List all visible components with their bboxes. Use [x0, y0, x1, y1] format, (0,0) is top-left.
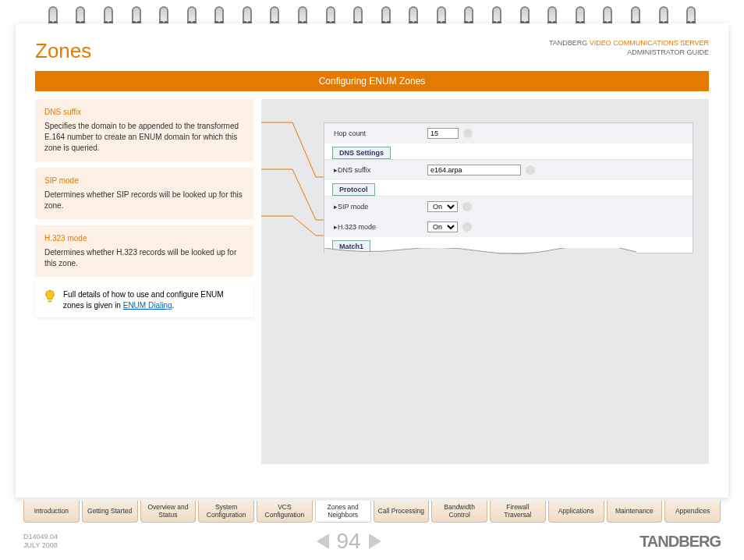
tab-bandwidth-control[interactable]: Bandwidth Control: [431, 501, 487, 523]
protocol-tab[interactable]: Protocol: [332, 183, 375, 196]
help-icon[interactable]: [462, 202, 472, 211]
dns-suffix-label: ▸DNS suffix: [334, 166, 427, 174]
nav-tabs: Introduction Getting Started Overview an…: [23, 501, 721, 523]
next-page-arrow[interactable]: [369, 533, 381, 549]
help-icon[interactable]: [463, 129, 473, 138]
sidebar: DNS suffix Specifies the domain to be ap…: [35, 99, 253, 464]
tab-vcs-config[interactable]: VCS Configuration: [257, 501, 313, 523]
doc-meta: D14049.04 JULY 2008: [23, 533, 58, 550]
tip-box: Full details of how to use and configure…: [35, 283, 253, 317]
tab-getting-started[interactable]: Getting Started: [82, 501, 138, 523]
enum-dialing-link[interactable]: ENUM Dialing: [123, 301, 172, 310]
pager: 94: [317, 529, 381, 554]
tip-text-suffix: .: [172, 301, 175, 310]
doc-header-info: TANDBERG VIDEO COMMUNICATIONS SERVER ADM…: [549, 39, 709, 57]
page-title: Zones: [35, 39, 91, 63]
tab-overview-status[interactable]: Overview and Status: [140, 501, 197, 523]
page-container: Zones TANDBERG VIDEO COMMUNICATIONS SERV…: [16, 23, 728, 498]
explain-title: SIP mode: [44, 175, 244, 186]
explain-h323-mode: H.323 mode Determines whether H.323 reco…: [35, 225, 253, 277]
spiral-binding: [16, 0, 728, 23]
brand-logo: TANDBERG: [639, 533, 721, 551]
page-number: 94: [337, 529, 361, 554]
tab-appendices[interactable]: Appendices: [664, 501, 721, 523]
tab-maintenance[interactable]: Maintenance: [607, 501, 663, 523]
sip-mode-label: ▸SIP mode: [334, 203, 427, 211]
dns-suffix-input[interactable]: [427, 165, 521, 175]
help-icon[interactable]: [526, 165, 535, 175]
help-icon[interactable]: [462, 222, 472, 232]
explain-sip-mode: SIP mode Determines whether SIP records …: [35, 168, 253, 219]
tab-system-config[interactable]: System Configuration: [198, 501, 254, 523]
tab-call-processing[interactable]: Call Processing: [374, 501, 430, 523]
screenshot-panel: Hop count DNS Settings ▸DNS suffix Proto…: [261, 99, 709, 464]
tab-applications[interactable]: Applications: [548, 501, 604, 523]
h323-mode-select[interactable]: On: [427, 222, 458, 232]
sip-mode-select[interactable]: On: [427, 201, 458, 212]
hop-count-label: Hop count: [334, 129, 427, 137]
config-form-screenshot: Hop count DNS Settings ▸DNS suffix Proto…: [324, 122, 693, 253]
explain-title: DNS suffix: [44, 107, 244, 118]
explain-text: Specifies the domain to be appended to t…: [44, 121, 244, 154]
footer: D14049.04 JULY 2008 94 TANDBERG: [23, 529, 721, 554]
section-banner: Configuring ENUM Zones: [35, 71, 709, 91]
lightbulb-icon: [43, 289, 57, 303]
prev-page-arrow[interactable]: [317, 533, 329, 549]
tab-firewall-traversal[interactable]: Firewall Traversal: [490, 501, 546, 523]
hop-count-input[interactable]: [427, 128, 459, 139]
dns-settings-tab[interactable]: DNS Settings: [332, 147, 391, 159]
explain-title: H.323 mode: [44, 233, 244, 244]
h323-mode-label: ▸H.323 mode: [334, 223, 427, 231]
explain-dns-suffix: DNS suffix Specifies the domain to be ap…: [35, 99, 253, 161]
explain-text: Determines whether SIP records will be l…: [44, 190, 244, 211]
explain-text: Determines whether H.323 records will be…: [44, 247, 244, 269]
torn-edge: [324, 248, 636, 257]
tab-zones-neighbors[interactable]: Zones and Neighbors: [315, 501, 371, 523]
tab-introduction[interactable]: Introduction: [23, 501, 80, 523]
